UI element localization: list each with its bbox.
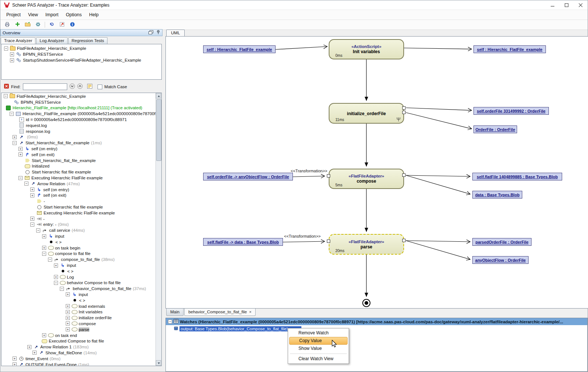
maximize-button[interactable] [560, 0, 574, 10]
find-close-icon[interactable] [4, 84, 9, 90]
trace-tree-item-arrow-relation[interactable]: −↗Arrow Relation(47ms) [1, 181, 156, 187]
object-flow-label-orderfile-orderfile[interactable]: OrderFile : OrderFile [474, 125, 517, 133]
uml-node-compose[interactable]: «FlatFileAdapter»compose5ms [329, 169, 404, 189]
menu-options[interactable]: Options [62, 11, 85, 19]
menu-import[interactable]: Import [42, 11, 62, 19]
tree-expander[interactable]: + [18, 147, 23, 151]
menu-project[interactable]: Project [3, 11, 24, 19]
object-flow-label-parsedorderfile-orderfile[interactable]: parsedOrderFile : OrderFile [472, 238, 531, 246]
menu-view[interactable]: View [24, 11, 42, 19]
object-flow-label-self-hierarchic-flatfile-example[interactable]: self : Hierarchic_FlatFile_example [474, 45, 546, 53]
object-flow-label-self-orderfile-anyobjectflow-orderfile[interactable]: self.orderFile -> anyObjectFlow : OrderF… [203, 173, 293, 180]
context-menu-item-remove-watch[interactable]: Remove Watch [289, 329, 348, 337]
tree-expander[interactable]: + [13, 135, 17, 139]
trace-tree-item-init-variables[interactable]: +Init variables [1, 309, 156, 315]
trace-tree-item-id-0000005a4e521edc0000000809e78700f0c88971[interactable]: iid = 0000005a4e521edc0000000809e78700f0… [1, 117, 156, 123]
watches-header-row[interactable]: Watches (Hierarchic_FlatFile_example (00… [166, 318, 587, 325]
tab-close-icon[interactable]: × [249, 310, 251, 314]
trace-tree-item-item[interactable]: - [1, 198, 156, 204]
trace-tree-scrollbar[interactable] [155, 93, 161, 366]
trace-tree-item-initialize-orderfile[interactable]: +initialize orderFile [1, 315, 156, 321]
trace-tree-item-arrow-relation-1[interactable]: +↗Arrow Relation 1(183ms) [1, 344, 156, 350]
trace-tree-item-input[interactable]: +↳input [1, 233, 156, 239]
trace-tree-item-item[interactable]: +- [1, 216, 156, 222]
tab-regression-tests[interactable]: Regression Tests [68, 37, 107, 44]
trace-tree-item-hierarchic-flatfile-example-0000005a4e521edc0000000809e78700f0c88971[interactable]: −Hierarchic_FlatFile_example (0000005a4e… [1, 111, 156, 117]
open-button[interactable] [24, 21, 31, 28]
diagram-tab-behavior-compose-to-flat-file[interactable]: behavior_Compose_to_flat_file× [184, 309, 256, 316]
tree-expander[interactable]: + [54, 264, 58, 268]
object-flow-label-anyobjectflow-orderfile[interactable]: anyObjectFlow : OrderFile [472, 256, 529, 264]
tree-expander[interactable]: + [54, 275, 58, 279]
tree-expander[interactable]: + [30, 187, 34, 192]
context-menu-item-clear-watch-view[interactable]: Clear Watch View [289, 355, 348, 363]
trace-tree-item-executing-hierarchic-flatfile-example[interactable]: −Executing Hierarchic FlatFile example [1, 175, 156, 181]
scrollbar-up-button[interactable] [156, 93, 161, 99]
tree-expander[interactable]: + [66, 327, 70, 331]
project-tree-item-flatfileadapter-hierarchic-example[interactable]: −FlatFileAdapter_Hierarchic_Example [2, 45, 161, 51]
object-flow-label-self-orderfile-331499992-orderfile[interactable]: self.orderFile 331499992 : OrderFile [474, 107, 549, 115]
tree-expander[interactable]: + [66, 304, 70, 308]
trace-tree-item-load-externals[interactable]: +load externals [1, 303, 156, 309]
trace-tree-item-behavior-compose-to-flat-file[interactable]: −behavior_Compose_to_flat_file(37ms) [1, 286, 156, 292]
info-button[interactable] [69, 21, 76, 28]
tree-expander[interactable]: + [27, 345, 31, 349]
tree-expander[interactable]: + [30, 217, 34, 221]
uml-node-init-variables[interactable]: «ActionScript»Init variables0ms [329, 39, 404, 59]
add-button[interactable] [14, 21, 21, 28]
object-flow-label-self-flatfile-data-base-types-blob[interactable]: self.flatFile -> data : Base Types.Blob [203, 238, 283, 246]
trace-tree-item-request-log[interactable]: request.log [1, 123, 156, 128]
trace-tree-item-entry[interactable]: −entry: -(0ms) [1, 222, 156, 228]
activity-final-node[interactable] [361, 298, 372, 308]
trace-tree-item-self-on-exit[interactable]: +↱self (on exit) [1, 193, 156, 199]
trace-tree-item-call-service[interactable]: −call service(44ms) [1, 227, 156, 233]
tree-expander[interactable]: + [66, 316, 70, 320]
tree-expander[interactable]: − [54, 281, 58, 285]
tree-expander[interactable]: + [10, 52, 14, 56]
tree-expander[interactable]: + [13, 356, 17, 361]
trace-tree-item-outside-end-event-done[interactable]: +↗OUTSIDE End Event-Done(1ms) [1, 362, 156, 366]
trace-tree-item-initialized[interactable]: Initialized [1, 163, 156, 169]
highlight-all-icon[interactable] [87, 84, 92, 90]
trace-tree-item-compose-to-flat-file[interactable]: −compose_to_flat_file(38ms) [1, 256, 156, 262]
trace-tree-item-self-on-entry[interactable]: +↳self (on entry) [1, 187, 156, 193]
tree-expander[interactable]: − [13, 141, 17, 145]
tree-expander[interactable]: + [42, 246, 46, 250]
trace-tree-item-self-on-entry[interactable]: +↳self (on entry) [1, 146, 156, 152]
tab-trace-analyzer[interactable]: Trace Analyzer [1, 37, 35, 44]
trace-tree-item-compose[interactable]: +compose [1, 321, 156, 327]
trace-tree-item-bpmn-restservice[interactable]: BPMN_RESTService [1, 99, 156, 105]
settings-button[interactable] [34, 21, 42, 28]
tree-expander[interactable]: − [60, 287, 64, 291]
trace-tree-item-executing-hierarchic-flatfile-example[interactable]: Executing Hierarchic FlatFile example [1, 210, 156, 216]
tree-expander[interactable]: + [13, 362, 17, 366]
trace-tree-item-start-hierarchic-flat-file-example[interactable]: Start hierarchic flat file example [1, 204, 156, 210]
trace-tree-item-flatfileadapter-hierarchic-example[interactable]: −FlatFileAdapter_Hierarchic_Example [1, 93, 156, 99]
trace-tree-item-response-log[interactable]: response.log [1, 128, 156, 134]
export-button[interactable] [58, 21, 66, 28]
trace-tree-item-item[interactable]: < > [1, 239, 156, 245]
trace-tree-item-0ms[interactable]: +↗(0ms) [1, 134, 156, 140]
trace-tree-item-parse[interactable]: +parse [1, 327, 156, 333]
trace-tree-item-hierarchic-flatfile-example-http-localhost-21111-trace-activated[interactable]: Hierarchic_FlatFile_example [http://loca… [1, 105, 156, 111]
trace-tree-item-log[interactable]: +Log [1, 274, 156, 280]
scrollbar-down-button[interactable] [156, 360, 161, 366]
trace-tree-item-timer-event[interactable]: +timer_Event(0ms) [1, 356, 156, 362]
diagram-tab-main[interactable]: Main [166, 309, 184, 316]
scrollbar-thumb[interactable] [156, 99, 161, 161]
tree-expander[interactable]: + [66, 310, 70, 314]
uml-node-initialize-orderfile[interactable]: initialize_orderFile11ms [329, 103, 404, 124]
uml-node-parse[interactable]: «FlatFileAdapter»parse20ms [329, 234, 404, 255]
tree-expander[interactable]: − [48, 258, 52, 262]
undo-button[interactable] [48, 21, 55, 28]
context-menu-item-show-value[interactable]: Show Value [289, 345, 348, 352]
menu-help[interactable]: Help [85, 11, 102, 19]
tree-expander[interactable]: + [66, 292, 70, 296]
tree-expander[interactable]: + [18, 152, 23, 156]
trace-tree-item-input[interactable]: +↳input [1, 262, 156, 268]
object-flow-label-self-flatfile-1404899885-base-types-blob[interactable]: self.flatFile 1404899885 : Base Types.Bl… [472, 173, 562, 180]
tree-expander[interactable]: − [4, 46, 8, 51]
tab-uml[interactable]: UML [166, 30, 185, 36]
find-next-icon[interactable] [69, 83, 75, 90]
print-button[interactable] [3, 21, 11, 28]
